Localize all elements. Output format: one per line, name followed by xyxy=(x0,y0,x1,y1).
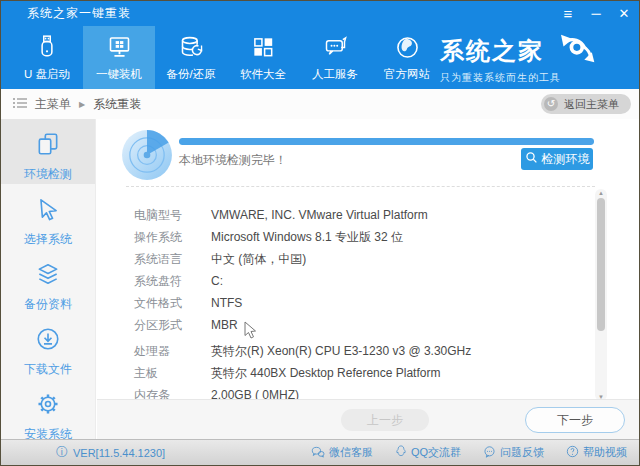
feedback-link[interactable]: 问题反馈 xyxy=(483,445,544,460)
main-panel: 本地环境检测完毕！ 检测环境 电脑型号VMWARE, INC. VMware V… xyxy=(97,119,639,439)
table-row: 操作系统Microsoft Windows 8.1 专业版 32 位 xyxy=(134,226,589,248)
software-grid-icon xyxy=(250,30,276,64)
sidebar: 环境检测 选择系统 备份资料 xyxy=(1,119,96,439)
info-icon: ⓘ xyxy=(56,444,68,461)
search-icon xyxy=(525,151,538,167)
footer-links: 微信客服 QQ交流群 问题反馈 xyxy=(311,445,627,460)
sidebar-item-env-check[interactable]: 环境检测 xyxy=(1,119,95,184)
table-row: 主板英特尔 440BX Desktop Reference Platform xyxy=(134,362,589,384)
radar-scan-icon xyxy=(121,129,173,185)
nav-label: 人工服务 xyxy=(312,67,358,82)
feedback-bubble-icon xyxy=(483,446,496,460)
menu-list-icon xyxy=(13,95,27,113)
brand-arrow-icon xyxy=(550,34,602,68)
window-menu-icon[interactable]: ≡ xyxy=(559,1,577,26)
detection-progress-bar xyxy=(179,138,594,145)
table-row: 分区形式MBR xyxy=(134,314,589,336)
progress-fill xyxy=(179,138,594,145)
status-bar: ⓘ VER[11.5.44.1230] 微信客服 QQ交 xyxy=(1,439,639,465)
nav-label: 备份/还原 xyxy=(166,67,215,82)
nav-label: 软件大全 xyxy=(240,67,286,82)
version-info[interactable]: ⓘ VER[11.5.44.1230] xyxy=(56,444,165,461)
table-row: 电脑型号VMWARE, INC. VMware Virtual Platform xyxy=(134,204,589,226)
select-system-icon xyxy=(35,196,61,226)
divider xyxy=(126,186,595,187)
brand-tagline: 只为重装系统而生的工具 xyxy=(440,71,625,85)
nav-item-one-key-install[interactable]: 一键装机 xyxy=(83,26,155,89)
help-video-link[interactable]: 帮助视频 xyxy=(566,445,627,460)
back-to-main-menu-button[interactable]: ↺ 返回主菜单 xyxy=(541,94,631,114)
service-chat-icon xyxy=(322,30,349,64)
download-file-icon xyxy=(35,326,61,356)
scrollbar-thumb[interactable] xyxy=(597,198,605,331)
sidebar-item-backup-data[interactable]: 备份资料 xyxy=(1,249,95,314)
window-controls: ≡ ─ ✕ xyxy=(559,1,633,26)
table-row: 文件格式NTFS xyxy=(134,292,589,314)
nav-item-service[interactable]: 人工服务 xyxy=(299,26,371,89)
sidebar-item-install-system[interactable]: 安装系统 xyxy=(1,379,95,444)
nav-label: U 盘启动 xyxy=(24,67,70,82)
sidebar-item-select-system[interactable]: 选择系统 xyxy=(1,184,95,249)
brand-title: 系统之家 xyxy=(440,35,544,67)
nav-item-software[interactable]: 软件大全 xyxy=(227,26,299,89)
brand-logo: 系统之家 只为重装系统而生的工具 xyxy=(440,34,625,85)
system-info-table: 电脑型号VMWARE, INC. VMware Virtual Platform… xyxy=(134,204,589,406)
nav-item-backup-restore[interactable]: 备份/还原 xyxy=(155,26,227,89)
env-check-icon xyxy=(35,131,61,161)
qq-group-link[interactable]: QQ交流群 xyxy=(395,445,461,460)
detect-environment-button[interactable]: 检测环境 xyxy=(521,148,593,170)
table-row: 系统语言中文 (简体，中国) xyxy=(134,248,589,270)
scrollbar[interactable]: ▲ ▼ xyxy=(595,189,607,401)
close-icon[interactable]: ✕ xyxy=(615,1,633,26)
breadcrumb-arrow-icon: ▶ xyxy=(79,100,85,109)
qq-icon xyxy=(395,445,407,460)
wechat-icon xyxy=(311,446,325,460)
nav-label: 官方网站 xyxy=(384,67,430,82)
monitor-icon xyxy=(106,30,133,64)
detection-status-text: 本地环境检测完毕！ xyxy=(179,152,287,169)
help-video-icon xyxy=(566,445,579,460)
wizard-button-bar: 上一步 下一步 xyxy=(97,399,639,439)
usb-icon xyxy=(34,30,60,64)
app-window: 系统之家一键重装 ≡ ─ ✕ U 盘启动 xyxy=(0,0,640,466)
minimize-icon[interactable]: ─ xyxy=(587,1,605,26)
nav-item-website[interactable]: 官方网站 xyxy=(371,26,443,89)
install-system-icon xyxy=(35,391,61,421)
table-row: 处理器英特尔(R) Xeon(R) CPU E3-1230 v3 @ 3.30G… xyxy=(134,340,589,362)
nav-item-usb-boot[interactable]: U 盘启动 xyxy=(11,26,83,89)
nav-items: U 盘启动 一键装机 xyxy=(11,26,443,89)
next-step-button[interactable]: 下一步 xyxy=(525,407,625,433)
back-arrow-icon: ↺ xyxy=(544,97,558,111)
table-row: 系统盘符C: xyxy=(134,270,589,292)
breadcrumb-root[interactable]: 主菜单 xyxy=(35,96,71,113)
breadcrumb-current: 系统重装 xyxy=(93,96,141,113)
website-globe-icon xyxy=(394,30,421,64)
backup-data-icon xyxy=(35,261,61,291)
titlebar: 系统之家一键重装 ≡ ─ ✕ xyxy=(1,1,639,26)
sidebar-item-download-file[interactable]: 下载文件 xyxy=(1,314,95,379)
previous-step-button[interactable]: 上一步 xyxy=(341,409,429,431)
backup-restore-icon xyxy=(178,30,205,64)
main-navbar: U 盘启动 一键装机 xyxy=(1,26,639,89)
wechat-support-link[interactable]: 微信客服 xyxy=(311,445,373,460)
window-title: 系统之家一键重装 xyxy=(1,5,131,22)
breadcrumb: 主菜单 ▶ 系统重装 ↺ 返回主菜单 xyxy=(1,89,639,119)
scroll-up-icon[interactable]: ▲ xyxy=(595,190,607,196)
nav-label: 一键装机 xyxy=(96,67,142,82)
